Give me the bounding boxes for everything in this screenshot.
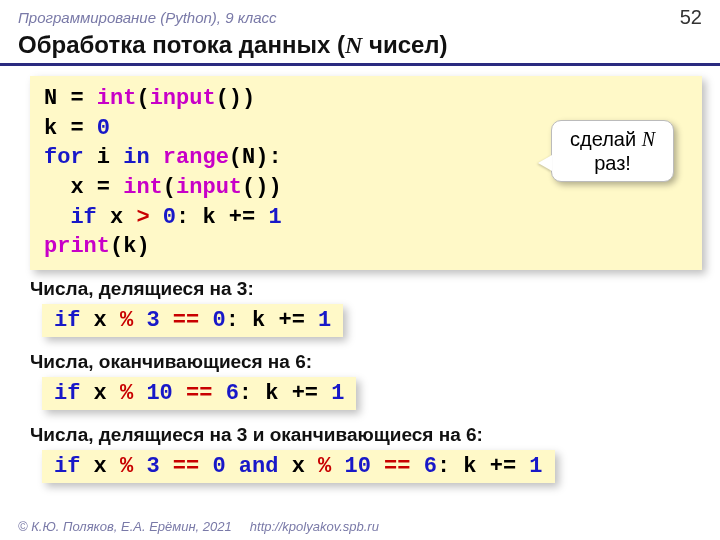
- snippet-1: if x % 3 == 0: k += 1: [42, 304, 343, 337]
- subtitle-2: Числа, оканчивающиеся на 6:: [30, 351, 720, 373]
- slide-footer: © К.Ю. Поляков, Е.А. Ерёмин, 2021 http:/…: [18, 519, 379, 534]
- copyright: © К.Ю. Поляков, Е.А. Ерёмин, 2021: [18, 519, 232, 534]
- title-var: N: [345, 32, 362, 58]
- subtitle-1: Числа, делящиеся на 3:: [30, 278, 720, 300]
- code-line-6: print(k): [44, 232, 688, 262]
- footer-link[interactable]: http://kpolyakov.spb.ru: [250, 519, 379, 534]
- snippet-3: if x % 3 == 0 and x % 10 == 6: k += 1: [42, 450, 555, 483]
- title-text-post: чисел): [362, 31, 447, 58]
- callout-pre: сделай: [570, 128, 642, 150]
- subtitle-3: Числа, делящиеся на 3 и оканчивающиеся н…: [30, 424, 720, 446]
- slide-header: Программирование (Python), 9 класс 52: [0, 0, 720, 31]
- course-name: Программирование (Python), 9 класс: [18, 9, 277, 26]
- code-line-5: if x > 0: k += 1: [44, 203, 688, 233]
- main-code-block: N = int(input()) k = 0 for i in range(N)…: [30, 76, 702, 270]
- snippet-2: if x % 10 == 6: k += 1: [42, 377, 356, 410]
- slide-title: Обработка потока данных (N чисел): [0, 31, 720, 66]
- page-number: 52: [680, 6, 702, 29]
- callout-bubble: сделай N раз!: [551, 120, 674, 182]
- callout-var: N: [642, 128, 655, 150]
- code-line-1: N = int(input()): [44, 84, 688, 114]
- title-text-pre: Обработка потока данных (: [18, 31, 345, 58]
- callout-post: раз!: [594, 152, 631, 174]
